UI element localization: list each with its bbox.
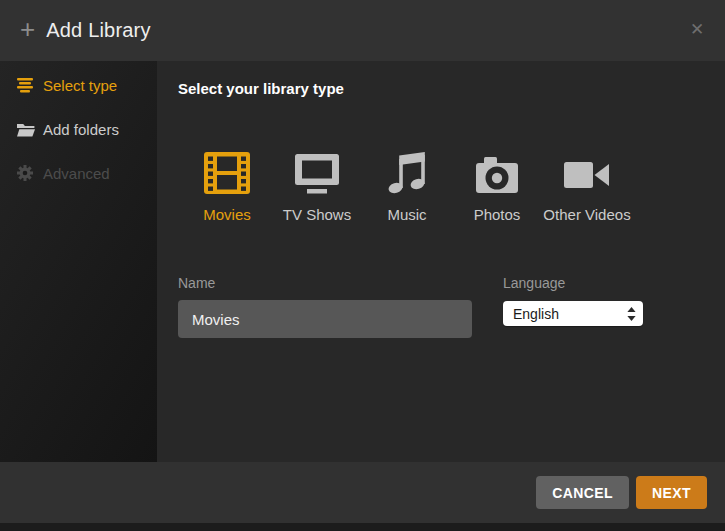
dialog-body: Select type Add folders [0, 61, 725, 462]
name-field-label: Name [178, 275, 472, 291]
plus-icon: + [20, 16, 35, 42]
library-type-row: Movies TV Shows [182, 150, 725, 223]
sidebar-item-advanced: Advanced [0, 151, 157, 195]
type-tile-movies[interactable]: Movies [182, 150, 272, 223]
type-tile-tv-shows[interactable]: TV Shows [272, 150, 362, 223]
type-tile-music[interactable]: Music [362, 150, 452, 223]
type-tile-label: Other Videos [543, 206, 630, 223]
select-arrows-icon [627, 307, 636, 321]
close-icon[interactable]: ✕ [686, 18, 708, 40]
sidebar-item-label: Select type [43, 77, 117, 94]
language-select[interactable]: English [503, 301, 643, 326]
type-tile-label: Movies [203, 206, 251, 223]
library-name-input[interactable] [178, 300, 472, 338]
language-select-value: English [513, 306, 627, 322]
film-strip-icon [204, 150, 250, 194]
gear-icon [17, 165, 36, 181]
type-tile-label: Photos [474, 206, 521, 223]
dialog-header: + Add Library ✕ [0, 0, 725, 61]
wizard-steps-sidebar: Select type Add folders [0, 61, 157, 462]
sidebar-item-add-folders[interactable]: Add folders [0, 107, 157, 151]
page-background-strip [0, 523, 725, 531]
sidebar-item-label: Advanced [43, 165, 110, 182]
video-camera-icon [564, 150, 610, 194]
type-tile-photos[interactable]: Photos [452, 150, 542, 223]
next-button[interactable]: NEXT [636, 476, 707, 509]
dialog-footer: CANCEL NEXT [0, 462, 725, 523]
language-field-label: Language [503, 275, 643, 291]
sidebar-item-select-type[interactable]: Select type [0, 63, 157, 107]
type-tile-other-videos[interactable]: Other Videos [542, 150, 632, 223]
dialog-title: Add Library [46, 19, 150, 42]
panel-heading: Select your library type [178, 80, 725, 97]
select-type-panel: Select your library type [157, 61, 725, 462]
folder-icon [17, 122, 36, 137]
name-field-group: Name [178, 275, 472, 338]
language-field-group: Language English [503, 275, 643, 338]
type-tile-label: TV Shows [283, 206, 351, 223]
music-note-icon [387, 150, 427, 194]
sidebar-item-label: Add folders [43, 121, 119, 138]
list-lines-icon [17, 78, 36, 93]
cancel-button[interactable]: CANCEL [536, 476, 629, 509]
add-library-dialog: + Add Library ✕ Select type [0, 0, 725, 531]
fields-row: Name Language English [178, 275, 725, 338]
tv-monitor-icon [294, 150, 340, 194]
type-tile-label: Music [387, 206, 426, 223]
camera-icon [475, 150, 519, 194]
